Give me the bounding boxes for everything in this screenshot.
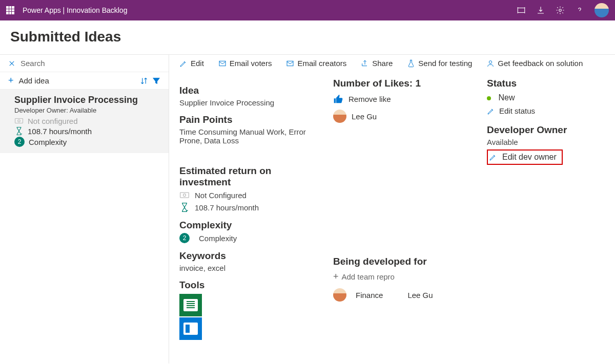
add-idea-label[interactable]: Add idea xyxy=(19,76,136,85)
idea-card[interactable]: Supplier Invoice Processing Developer Ow… xyxy=(0,89,169,153)
pencil-icon xyxy=(487,107,495,115)
pain-value: Time Consuming Manual Work, Error Prone,… xyxy=(179,127,318,145)
roi-hours: 108.7 hours/month xyxy=(179,202,318,212)
svg-rect-4 xyxy=(219,61,225,66)
get-feedback-button[interactable]: Get feedback on solution xyxy=(486,59,583,68)
pencil-icon xyxy=(179,59,188,68)
idea-card-complexity: 2 Complexity xyxy=(14,137,160,147)
detail-column: Idea Supplier Invoice Processing Pain Po… xyxy=(179,78,318,340)
plus-icon: + xyxy=(333,271,339,282)
send-testing-button[interactable]: Send for testing xyxy=(407,59,472,68)
hourglass-icon xyxy=(14,126,24,136)
edit-button[interactable]: Edit xyxy=(179,59,204,68)
hourglass-icon xyxy=(179,202,190,212)
download-icon[interactable] xyxy=(536,6,545,15)
clear-icon xyxy=(8,60,15,67)
liker-person: Lee Gu xyxy=(333,110,471,123)
dev-owner-label: Developer Owner xyxy=(487,124,605,136)
help-icon[interactable] xyxy=(575,6,584,15)
complexity-row: 2 Complexity xyxy=(179,233,318,243)
add-idea-row: + Add idea xyxy=(0,72,169,89)
complexity-label: Complexity xyxy=(179,220,318,231)
status-value: New xyxy=(487,93,605,102)
main-panel: Edit Email voters Email creators Share S… xyxy=(169,55,615,363)
tools-label: Tools xyxy=(179,280,318,291)
dev-owner-value: Available xyxy=(487,138,605,146)
idea-card-title: Supplier Invoice Processing xyxy=(14,95,160,105)
svg-rect-0 xyxy=(518,8,525,13)
idea-card-owner: Developer Owner: Available xyxy=(14,106,160,114)
keywords-label: Keywords xyxy=(179,250,318,262)
mail-icon xyxy=(218,59,227,68)
page-title: Submitted Ideas xyxy=(0,20,615,55)
svg-rect-7 xyxy=(180,192,189,198)
share-button[interactable]: Share xyxy=(361,59,393,68)
complexity-badge: 2 xyxy=(14,137,25,147)
complexity-badge: 2 xyxy=(179,233,190,243)
status-dot-icon xyxy=(487,96,491,100)
email-voters-button[interactable]: Email voters xyxy=(218,59,272,68)
outlook-icon[interactable] xyxy=(179,317,202,340)
user-avatar[interactable] xyxy=(594,3,609,17)
svg-point-6 xyxy=(489,60,492,63)
likes-column: Number of Likes: 1 Remove like Lee Gu Be… xyxy=(333,78,471,340)
developed-for-label: Being developed for xyxy=(333,256,471,267)
filter-icon[interactable] xyxy=(152,77,160,85)
team-person: Lee Gu xyxy=(407,291,433,299)
add-team-button[interactable]: + Add team repro xyxy=(333,271,471,282)
team-avatar xyxy=(333,288,346,302)
excel-icon[interactable] xyxy=(179,294,202,316)
keywords-value: invoice, excel xyxy=(179,264,318,272)
edit-dev-owner-button[interactable]: Edit dev owner xyxy=(487,149,563,165)
idea-value: Supplier Invoice Processing xyxy=(179,98,318,107)
search-placeholder: Search xyxy=(20,59,45,68)
idea-card-configured: Not configured xyxy=(14,116,160,125)
add-icon[interactable]: + xyxy=(8,75,14,86)
mail-icon xyxy=(286,59,294,68)
svg-point-8 xyxy=(183,194,186,197)
edit-status-button[interactable]: Edit status xyxy=(487,106,535,115)
svg-rect-2 xyxy=(15,119,23,123)
fit-icon[interactable] xyxy=(517,6,526,15)
search-row[interactable]: Search xyxy=(0,55,169,72)
roi-configured: Not Configured xyxy=(179,190,318,200)
flask-icon xyxy=(407,59,415,68)
person-avatar xyxy=(333,110,346,123)
cash-icon xyxy=(179,190,190,200)
email-creators-button[interactable]: Email creators xyxy=(286,59,346,68)
app-title: Power Apps | Innovation Backlog xyxy=(23,6,517,14)
status-column: Status New Edit status Developer Owner A… xyxy=(487,78,605,340)
settings-icon[interactable] xyxy=(556,6,565,15)
svg-point-1 xyxy=(559,9,562,12)
likes-heading: Number of Likes: 1 xyxy=(333,78,471,89)
waffle-icon[interactable] xyxy=(6,6,14,14)
thumbs-up-icon xyxy=(333,94,343,103)
sidebar: Search + Add idea Supplier Invoice Proce… xyxy=(0,55,169,363)
pencil-icon xyxy=(489,153,497,161)
header-actions xyxy=(517,3,609,17)
pain-label: Pain Points xyxy=(179,114,318,125)
team-name: Finance xyxy=(356,291,383,299)
idea-card-hours: 108.7 hours/month xyxy=(14,126,160,136)
idea-label: Idea xyxy=(179,85,318,96)
toolbar: Edit Email voters Email creators Share S… xyxy=(179,55,605,73)
app-header: Power Apps | Innovation Backlog xyxy=(0,0,615,20)
svg-rect-5 xyxy=(287,61,293,66)
roi-label: Estimated return on investment xyxy=(179,165,318,188)
remove-like-button[interactable]: Remove like xyxy=(333,94,471,103)
sort-icon[interactable] xyxy=(140,77,148,85)
svg-point-3 xyxy=(18,120,20,122)
cash-icon xyxy=(14,116,24,125)
share-icon xyxy=(361,59,369,68)
status-label: Status xyxy=(487,78,605,89)
team-row: Finance Lee Gu xyxy=(333,288,471,302)
person-icon xyxy=(486,59,495,68)
